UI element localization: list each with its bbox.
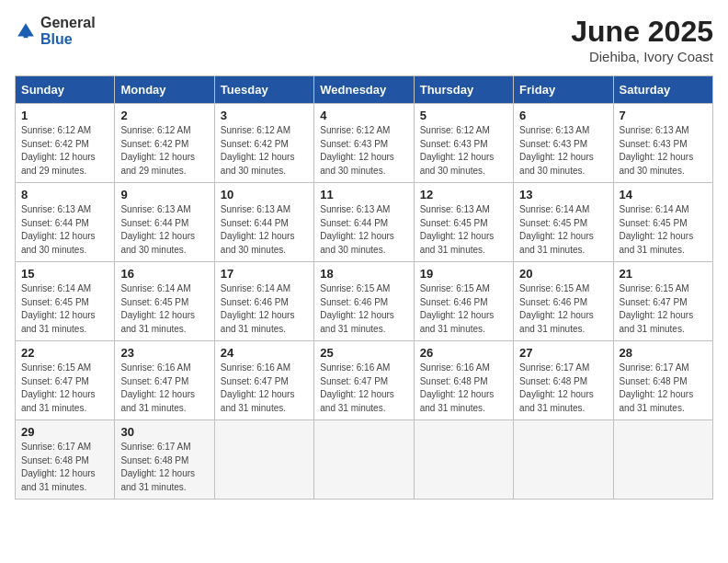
day-number: 15: [21, 267, 108, 281]
day-number: 21: [620, 267, 707, 281]
logo-general: General: [40, 15, 96, 30]
day-info: Sunrise: 6:14 AM Sunset: 6:46 PM Dayligh…: [221, 282, 308, 336]
calendar-cell: 8 Sunrise: 6:13 AM Sunset: 6:44 PM Dayli…: [16, 183, 115, 262]
calendar-cell: 9 Sunrise: 6:13 AM Sunset: 6:44 PM Dayli…: [115, 183, 214, 262]
day-info: Sunrise: 6:15 AM Sunset: 6:47 PM Dayligh…: [620, 282, 707, 336]
calendar-cell: 20 Sunrise: 6:15 AM Sunset: 6:46 PM Dayl…: [514, 262, 613, 341]
calendar-week-row: 8 Sunrise: 6:13 AM Sunset: 6:44 PM Dayli…: [16, 183, 713, 262]
day-number: 27: [519, 346, 607, 360]
logo-icon: [15, 20, 37, 42]
day-info: Sunrise: 6:12 AM Sunset: 6:43 PM Dayligh…: [420, 124, 507, 178]
day-info: Sunrise: 6:16 AM Sunset: 6:47 PM Dayligh…: [120, 362, 208, 415]
day-number: 5: [420, 109, 507, 122]
calendar-cell: 11 Sunrise: 6:13 AM Sunset: 6:44 PM Dayl…: [314, 183, 414, 262]
calendar-cell: 14 Sunrise: 6:14 AM Sunset: 6:45 PM Dayl…: [613, 183, 712, 262]
calendar-cell: [514, 420, 613, 500]
calendar-week-row: 1 Sunrise: 6:12 AM Sunset: 6:42 PM Dayli…: [16, 104, 713, 183]
location-subtitle: Diehiba, Ivory Coast: [571, 49, 713, 64]
day-info: Sunrise: 6:14 AM Sunset: 6:45 PM Dayligh…: [519, 203, 607, 257]
day-info: Sunrise: 6:17 AM Sunset: 6:48 PM Dayligh…: [620, 362, 707, 415]
day-info: Sunrise: 6:13 AM Sunset: 6:43 PM Dayligh…: [620, 124, 707, 178]
calendar-cell: 27 Sunrise: 6:17 AM Sunset: 6:48 PM Dayl…: [514, 341, 613, 420]
calendar-cell: 17 Sunrise: 6:14 AM Sunset: 6:46 PM Dayl…: [214, 262, 313, 341]
day-number: 25: [320, 346, 407, 360]
day-number: 19: [420, 267, 507, 281]
day-number: 10: [221, 188, 308, 201]
calendar-cell: 13 Sunrise: 6:14 AM Sunset: 6:45 PM Dayl…: [514, 183, 613, 262]
calendar-cell: 19 Sunrise: 6:15 AM Sunset: 6:46 PM Dayl…: [414, 262, 513, 341]
day-number: 30: [120, 425, 208, 439]
header-sunday: Sunday: [16, 76, 115, 104]
day-info: Sunrise: 6:17 AM Sunset: 6:48 PM Dayligh…: [120, 441, 208, 494]
day-info: Sunrise: 6:12 AM Sunset: 6:42 PM Dayligh…: [221, 124, 308, 178]
calendar-cell: 6 Sunrise: 6:13 AM Sunset: 6:43 PM Dayli…: [514, 104, 613, 183]
day-info: Sunrise: 6:17 AM Sunset: 6:48 PM Dayligh…: [519, 362, 607, 415]
logo-blue: Blue: [40, 31, 73, 47]
day-info: Sunrise: 6:16 AM Sunset: 6:47 PM Dayligh…: [221, 362, 308, 415]
header-friday: Friday: [514, 76, 613, 104]
day-info: Sunrise: 6:15 AM Sunset: 6:47 PM Dayligh…: [21, 362, 108, 415]
day-info: Sunrise: 6:16 AM Sunset: 6:47 PM Dayligh…: [320, 362, 407, 415]
calendar-cell: [314, 420, 414, 500]
day-number: 29: [21, 425, 108, 439]
day-number: 16: [120, 267, 208, 281]
day-number: 13: [519, 188, 607, 201]
day-info: Sunrise: 6:14 AM Sunset: 6:45 PM Dayligh…: [21, 282, 108, 336]
day-info: Sunrise: 6:13 AM Sunset: 6:43 PM Dayligh…: [519, 124, 607, 178]
calendar-header-row: Sunday Monday Tuesday Wednesday Thursday…: [16, 76, 713, 104]
calendar-cell: 29 Sunrise: 6:17 AM Sunset: 6:48 PM Dayl…: [16, 420, 115, 500]
header-tuesday: Tuesday: [214, 76, 313, 104]
day-number: 9: [120, 188, 208, 201]
calendar-cell: 18 Sunrise: 6:15 AM Sunset: 6:46 PM Dayl…: [314, 262, 414, 341]
day-number: 17: [221, 267, 308, 281]
logo: General Blue: [15, 15, 96, 48]
calendar-week-row: 29 Sunrise: 6:17 AM Sunset: 6:48 PM Dayl…: [16, 420, 713, 500]
day-number: 11: [320, 188, 407, 201]
calendar-table: Sunday Monday Tuesday Wednesday Thursday…: [15, 75, 713, 500]
day-number: 28: [620, 346, 707, 360]
day-info: Sunrise: 6:16 AM Sunset: 6:48 PM Dayligh…: [420, 362, 507, 415]
page-header: General Blue June 2025 Diehiba, Ivory Co…: [15, 15, 713, 64]
calendar-cell: 23 Sunrise: 6:16 AM Sunset: 6:47 PM Dayl…: [115, 341, 214, 420]
calendar-cell: 12 Sunrise: 6:13 AM Sunset: 6:45 PM Dayl…: [414, 183, 513, 262]
day-number: 14: [620, 188, 707, 201]
day-info: Sunrise: 6:15 AM Sunset: 6:46 PM Dayligh…: [420, 282, 507, 336]
calendar-cell: 22 Sunrise: 6:15 AM Sunset: 6:47 PM Dayl…: [16, 341, 115, 420]
day-number: 18: [320, 267, 407, 281]
day-number: 12: [420, 188, 507, 201]
calendar-cell: 28 Sunrise: 6:17 AM Sunset: 6:48 PM Dayl…: [613, 341, 712, 420]
calendar-cell: 21 Sunrise: 6:15 AM Sunset: 6:47 PM Dayl…: [613, 262, 712, 341]
calendar-cell: 10 Sunrise: 6:13 AM Sunset: 6:44 PM Dayl…: [214, 183, 313, 262]
day-info: Sunrise: 6:14 AM Sunset: 6:45 PM Dayligh…: [120, 282, 208, 336]
calendar-cell: 16 Sunrise: 6:14 AM Sunset: 6:45 PM Dayl…: [115, 262, 214, 341]
month-year-title: June 2025: [571, 15, 713, 49]
day-info: Sunrise: 6:13 AM Sunset: 6:44 PM Dayligh…: [120, 203, 208, 257]
header-saturday: Saturday: [613, 76, 712, 104]
calendar-cell: [214, 420, 313, 500]
calendar-cell: 26 Sunrise: 6:16 AM Sunset: 6:48 PM Dayl…: [414, 341, 513, 420]
day-number: 2: [120, 109, 208, 122]
day-info: Sunrise: 6:12 AM Sunset: 6:42 PM Dayligh…: [21, 124, 108, 178]
calendar-cell: 7 Sunrise: 6:13 AM Sunset: 6:43 PM Dayli…: [613, 104, 712, 183]
day-number: 1: [21, 109, 108, 122]
calendar-cell: 5 Sunrise: 6:12 AM Sunset: 6:43 PM Dayli…: [414, 104, 513, 183]
calendar-cell: 2 Sunrise: 6:12 AM Sunset: 6:42 PM Dayli…: [115, 104, 214, 183]
calendar-cell: 4 Sunrise: 6:12 AM Sunset: 6:43 PM Dayli…: [314, 104, 414, 183]
day-info: Sunrise: 6:15 AM Sunset: 6:46 PM Dayligh…: [519, 282, 607, 336]
day-number: 22: [21, 346, 108, 360]
day-number: 23: [120, 346, 208, 360]
calendar-cell: 25 Sunrise: 6:16 AM Sunset: 6:47 PM Dayl…: [314, 341, 414, 420]
day-info: Sunrise: 6:17 AM Sunset: 6:48 PM Dayligh…: [21, 441, 108, 494]
day-info: Sunrise: 6:13 AM Sunset: 6:44 PM Dayligh…: [21, 203, 108, 257]
calendar-week-row: 15 Sunrise: 6:14 AM Sunset: 6:45 PM Dayl…: [16, 262, 713, 341]
day-number: 8: [21, 188, 108, 201]
day-info: Sunrise: 6:14 AM Sunset: 6:45 PM Dayligh…: [620, 203, 707, 257]
calendar-cell: [414, 420, 513, 500]
svg-rect-1: [24, 32, 28, 38]
calendar-cell: 30 Sunrise: 6:17 AM Sunset: 6:48 PM Dayl…: [115, 420, 214, 500]
calendar-cell: 1 Sunrise: 6:12 AM Sunset: 6:42 PM Dayli…: [16, 104, 115, 183]
day-info: Sunrise: 6:12 AM Sunset: 6:42 PM Dayligh…: [120, 124, 208, 178]
day-number: 3: [221, 109, 308, 122]
day-info: Sunrise: 6:12 AM Sunset: 6:43 PM Dayligh…: [320, 124, 407, 178]
calendar-cell: 3 Sunrise: 6:12 AM Sunset: 6:42 PM Dayli…: [214, 104, 313, 183]
